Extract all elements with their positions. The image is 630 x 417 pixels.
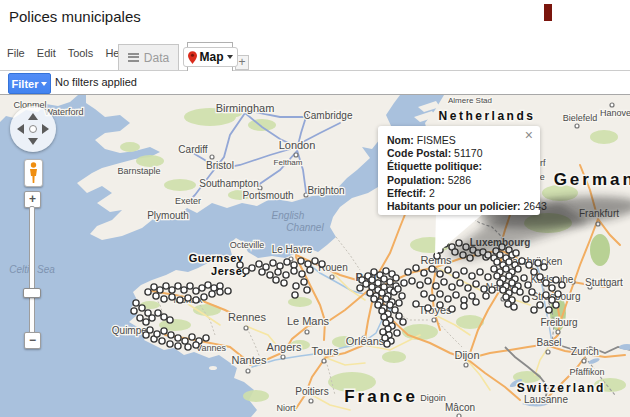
data-point-marker[interactable]: [193, 297, 199, 303]
data-point-marker[interactable]: [383, 268, 389, 274]
data-point-marker[interactable]: [396, 313, 402, 319]
data-point-marker[interactable]: [149, 315, 155, 321]
data-point-marker[interactable]: [211, 285, 217, 291]
data-point-marker[interactable]: [437, 302, 443, 308]
data-point-marker[interactable]: [249, 265, 255, 271]
data-point-marker[interactable]: [531, 269, 537, 275]
data-point-marker[interactable]: [421, 270, 427, 276]
data-point-marker[interactable]: [169, 287, 175, 293]
data-point-marker[interactable]: [489, 287, 495, 293]
data-point-marker[interactable]: [319, 261, 325, 267]
data-point-marker[interactable]: [284, 259, 290, 265]
data-point-marker[interactable]: [449, 284, 455, 290]
data-point-marker[interactable]: [281, 280, 287, 286]
data-point-marker[interactable]: [181, 287, 187, 293]
data-point-marker[interactable]: [139, 305, 145, 311]
data-point-marker[interactable]: [461, 303, 467, 309]
data-point-marker[interactable]: [177, 297, 183, 303]
data-point-marker[interactable]: [159, 338, 165, 344]
data-point-marker[interactable]: [381, 284, 387, 290]
data-point-marker[interactable]: [155, 310, 161, 316]
data-point-marker[interactable]: [357, 285, 363, 291]
data-point-marker[interactable]: [201, 294, 207, 300]
data-point-marker[interactable]: [503, 294, 509, 300]
data-point-marker[interactable]: [494, 273, 500, 279]
pan-control[interactable]: [10, 106, 56, 152]
data-point-marker[interactable]: [559, 282, 565, 288]
data-point-marker[interactable]: [270, 260, 276, 266]
data-point-marker[interactable]: [375, 302, 381, 308]
data-point-marker[interactable]: [291, 262, 297, 268]
data-point-marker[interactable]: [429, 295, 435, 301]
tab-map[interactable]: Map: [187, 42, 233, 71]
data-point-marker[interactable]: [273, 277, 279, 283]
data-point-marker[interactable]: [526, 262, 532, 268]
data-point-marker[interactable]: [461, 268, 467, 274]
data-point-marker[interactable]: [161, 314, 167, 320]
data-point-marker[interactable]: [225, 288, 231, 294]
data-point-marker[interactable]: [168, 332, 174, 338]
data-point-marker[interactable]: [151, 284, 157, 290]
data-point-marker[interactable]: [517, 289, 523, 295]
data-point-marker[interactable]: [441, 279, 447, 285]
data-point-marker[interactable]: [167, 317, 173, 323]
data-point-marker[interactable]: [506, 273, 512, 279]
data-point-marker[interactable]: [371, 269, 377, 275]
map-tab-chip[interactable]: Map: [183, 47, 238, 67]
zoom-out-button[interactable]: −: [24, 332, 41, 349]
data-point-marker[interactable]: [157, 287, 163, 293]
data-point-marker[interactable]: [541, 264, 547, 270]
menu-edit[interactable]: Edit: [37, 47, 56, 59]
data-point-marker[interactable]: [497, 280, 503, 286]
data-point-marker[interactable]: [394, 330, 400, 336]
data-point-marker[interactable]: [523, 296, 529, 302]
data-point-marker[interactable]: [384, 341, 390, 347]
data-point-marker[interactable]: [546, 307, 552, 313]
data-point-marker[interactable]: [283, 272, 289, 278]
data-point-marker[interactable]: [491, 266, 497, 272]
data-point-marker[interactable]: [477, 269, 483, 275]
data-point-marker[interactable]: [473, 281, 479, 287]
close-icon[interactable]: ×: [525, 128, 533, 142]
data-point-marker[interactable]: [175, 343, 181, 349]
data-point-marker[interactable]: [519, 258, 525, 264]
map-canvas[interactable]: Celtic SeaEnglishChannelClonmelWaterford…: [0, 95, 630, 417]
data-point-marker[interactable]: [277, 263, 283, 269]
menu-file[interactable]: File: [7, 47, 25, 59]
data-point-marker[interactable]: [393, 275, 399, 281]
data-point-marker[interactable]: [399, 293, 405, 299]
data-point-marker[interactable]: [521, 275, 527, 281]
data-point-marker[interactable]: [369, 284, 375, 290]
data-point-marker[interactable]: [175, 335, 181, 341]
menu-tools[interactable]: Tools: [68, 47, 94, 59]
zoom-slider-handle[interactable]: [23, 288, 41, 298]
data-point-marker[interactable]: [193, 288, 199, 294]
data-point-marker[interactable]: [163, 283, 169, 289]
data-point-marker[interactable]: [465, 285, 471, 291]
data-point-marker[interactable]: [379, 290, 385, 296]
data-point-marker[interactable]: [413, 265, 419, 271]
data-point-marker[interactable]: [445, 296, 451, 302]
data-point-marker[interactable]: [293, 283, 299, 289]
data-point-marker[interactable]: [143, 319, 149, 325]
data-point-marker[interactable]: [131, 308, 137, 314]
data-point-marker[interactable]: [529, 289, 535, 295]
data-point-marker[interactable]: [469, 273, 475, 279]
data-point-marker[interactable]: [369, 277, 375, 283]
data-point-marker[interactable]: [217, 289, 223, 295]
data-point-marker[interactable]: [292, 292, 298, 298]
data-point-marker[interactable]: [381, 314, 387, 320]
data-point-marker[interactable]: [301, 279, 307, 285]
data-point-marker[interactable]: [429, 266, 435, 272]
data-point-marker[interactable]: [291, 268, 297, 274]
data-point-marker[interactable]: [147, 327, 153, 333]
data-point-marker[interactable]: [169, 294, 175, 300]
data-point-marker[interactable]: [382, 335, 388, 341]
data-point-marker[interactable]: [205, 282, 211, 288]
pegman-control[interactable]: [24, 159, 43, 187]
data-point-marker[interactable]: [392, 307, 398, 313]
data-point-marker[interactable]: [469, 293, 475, 299]
data-point-marker[interactable]: [509, 280, 515, 286]
data-point-marker[interactable]: [543, 280, 549, 286]
data-point-marker[interactable]: [383, 296, 389, 302]
